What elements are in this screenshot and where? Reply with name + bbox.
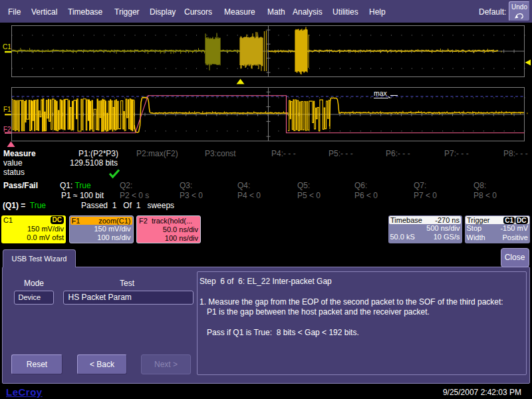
svg-text:F2: F2 [3, 126, 11, 133]
svg-text:F1: F1 [3, 106, 11, 113]
svg-text:C1: C1 [3, 43, 11, 51]
svg-text:max: max [374, 89, 388, 97]
